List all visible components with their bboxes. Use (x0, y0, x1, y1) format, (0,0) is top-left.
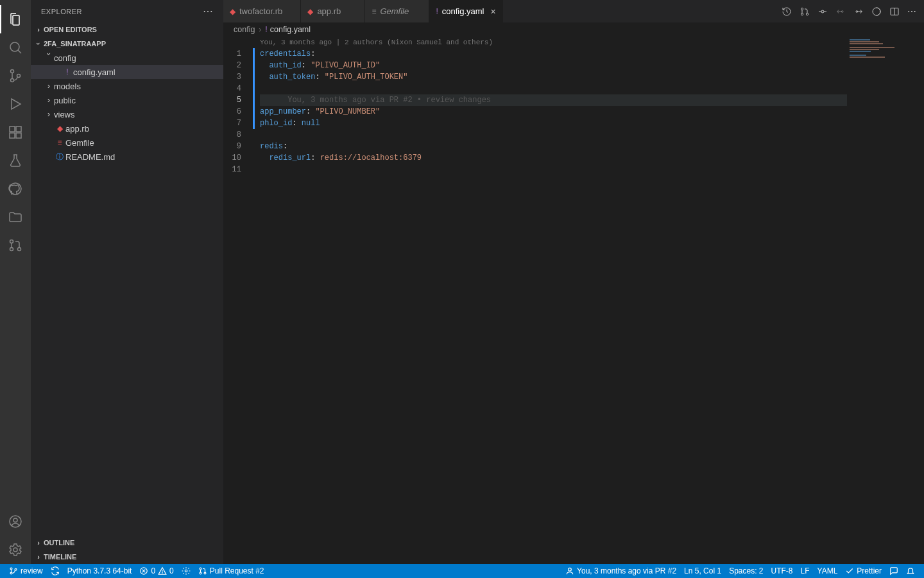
line-number-gutter: 1234567891011 (223, 37, 253, 564)
chevron-right-icon: › (33, 539, 44, 547)
commit-graph-icon[interactable] (817, 6, 828, 17)
timeline-section[interactable]: › TIMELINE (31, 550, 223, 564)
tree-item-label: models (54, 82, 81, 91)
errors-count: 0 (151, 566, 155, 575)
account-icon[interactable] (0, 507, 31, 536)
branch-name: review (21, 566, 43, 575)
code-content[interactable]: You, 3 months ago | 2 authors (Nixon Sam… (255, 37, 847, 564)
outline-section[interactable]: › OUTLINE (31, 536, 223, 550)
language-status[interactable]: YAML (814, 564, 842, 578)
file-tree: ›config!config.yaml›models›public›views◆… (31, 51, 223, 536)
ruby-icon: ◆ (54, 124, 65, 133)
prev-change-icon[interactable] (835, 6, 846, 17)
folder-icon[interactable] (0, 203, 31, 231)
open-editors-label: OPEN EDITORS (44, 26, 97, 33)
beaker-icon[interactable] (0, 146, 31, 175)
svg-rect-7 (10, 133, 15, 138)
editor-area: ◆twofactor.rb×◆app.rb×≡Gemfile×!config.y… (223, 0, 924, 564)
toggle-view-icon[interactable] (871, 6, 882, 17)
eol-status[interactable]: LF (797, 564, 814, 578)
activity-bar (0, 0, 31, 564)
svg-point-11 (10, 240, 13, 243)
open-editors-section[interactable]: › OPEN EDITORS (31, 22, 223, 37)
info-icon: ⓘ (54, 152, 65, 162)
problems-status[interactable]: 0 0 (135, 564, 177, 578)
next-change-icon[interactable] (853, 6, 864, 17)
blame-status[interactable]: You, 3 months ago via PR #2 (561, 564, 680, 578)
encoding-status[interactable]: UTF-8 (767, 564, 797, 578)
tab-label: twofactor.rb (239, 6, 282, 16)
breadcrumb-file: config.yaml (270, 25, 311, 34)
tree-item-label: config.yaml (73, 67, 116, 77)
editor-tab[interactable]: ◆app.rb× (301, 0, 365, 22)
editor-tab[interactable]: ≡Gemfile× (365, 0, 429, 22)
github-icon[interactable] (0, 175, 31, 203)
tree-item-label: public (54, 96, 76, 105)
extensions-icon[interactable] (0, 118, 31, 146)
svg-point-41 (204, 572, 206, 574)
tab-label: app.rb (317, 6, 341, 16)
warnings-count: 0 (169, 566, 174, 575)
compare-icon[interactable] (800, 6, 810, 17)
indentation-status[interactable]: Spaces: 2 (725, 564, 767, 578)
feedback-icon[interactable] (886, 564, 902, 578)
tree-item[interactable]: ›public (31, 93, 223, 107)
blame-text: You, 3 months ago via PR #2 (577, 566, 676, 575)
tab-bar: ◆twofactor.rb×◆app.rb×≡Gemfile×!config.y… (223, 0, 924, 22)
tree-item[interactable]: ⓘREADME.md (31, 150, 223, 164)
pull-request-icon[interactable] (0, 231, 31, 259)
svg-point-16 (13, 548, 17, 552)
chevron-right-icon: › (259, 25, 261, 34)
svg-point-0 (10, 42, 19, 51)
tree-item[interactable]: ≡Gemfile (31, 136, 223, 150)
history-icon[interactable] (782, 6, 792, 17)
svg-point-4 (17, 74, 21, 78)
breadcrumb[interactable]: config › ! config.yaml (223, 22, 924, 37)
branch-status[interactable]: review (5, 564, 47, 578)
svg-point-12 (10, 248, 13, 251)
sync-status[interactable] (47, 564, 64, 578)
tree-item[interactable]: ›config (31, 51, 223, 65)
editor-body[interactable]: 1234567891011 You, 3 months ago | 2 auth… (223, 37, 924, 564)
tree-item[interactable]: ›models (31, 79, 223, 93)
close-icon[interactable]: × (490, 6, 495, 17)
formatter-status[interactable]: Prettier (841, 564, 886, 578)
split-editor-icon[interactable] (889, 6, 900, 17)
more-actions-icon[interactable]: ⋯ (907, 6, 916, 17)
svg-point-40 (200, 572, 201, 574)
chevron-right-icon: › (44, 110, 54, 119)
explorer-icon[interactable] (0, 5, 31, 33)
tree-item[interactable]: ◆app.rb (31, 121, 223, 136)
tree-item[interactable]: !config.yaml (31, 65, 223, 79)
tree-item-label: views (54, 110, 75, 119)
source-control-icon[interactable] (0, 62, 31, 90)
svg-point-38 (185, 570, 187, 572)
notifications-icon[interactable] (902, 564, 919, 578)
python-status[interactable]: Python 3.7.3 64-bit (64, 564, 136, 578)
codelens[interactable]: You, 3 months ago | 2 authors (Nixon Sam… (260, 37, 847, 48)
yaml-icon: ! (265, 25, 267, 34)
breadcrumb-folder: config (234, 25, 255, 34)
svg-marker-5 (12, 99, 21, 109)
tree-item-label: README.md (65, 152, 115, 162)
tree-item[interactable]: ›views (31, 107, 223, 121)
sidebar-more-icon[interactable]: ⋯ (203, 5, 214, 17)
project-section[interactable]: › 2FA_SINATRAAPP (31, 37, 223, 51)
chevron-right-icon: › (33, 26, 44, 33)
search-icon[interactable] (0, 33, 31, 62)
svg-point-19 (806, 13, 808, 15)
pull-request-status[interactable]: Pull Request #2 (194, 564, 268, 578)
svg-point-18 (801, 13, 803, 15)
editor-tab[interactable]: ◆twofactor.rb× (223, 0, 301, 22)
ruby-icon: ◆ (230, 7, 235, 16)
gemfile-icon: ≡ (372, 7, 376, 16)
editor-tab[interactable]: !config.yaml× (429, 0, 502, 22)
minimap[interactable] (847, 37, 924, 564)
run-icon[interactable] (0, 90, 31, 118)
live-share-status[interactable] (178, 564, 194, 578)
status-bar: review Python 3.7.3 64-bit 0 0 Pull Requ… (0, 564, 924, 578)
pr-label: Pull Request #2 (210, 566, 264, 575)
cursor-position[interactable]: Ln 5, Col 1 (680, 564, 725, 578)
chevron-right-icon: › (44, 96, 54, 105)
settings-gear-icon[interactable] (0, 536, 31, 564)
